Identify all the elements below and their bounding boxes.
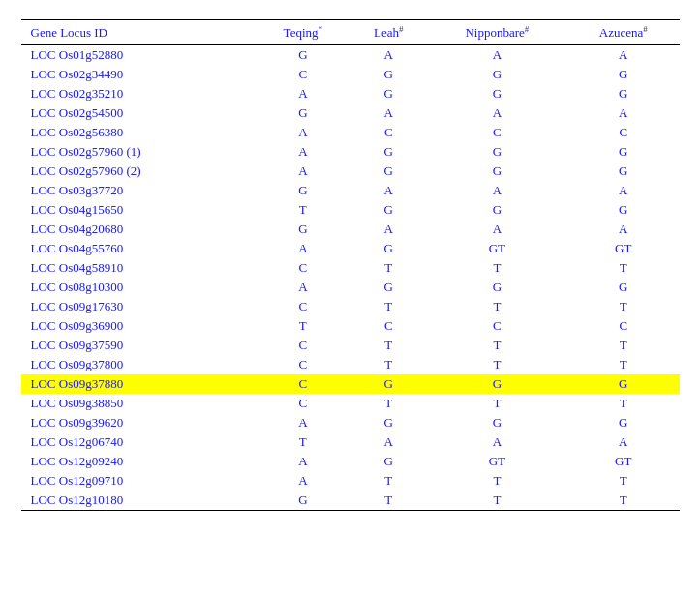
cell-nipponbare: C bbox=[427, 316, 567, 336]
cell-gene-locus: LOC Os02g54500 bbox=[21, 104, 256, 123]
cell-leah: T bbox=[350, 258, 427, 278]
cell-nipponbare: G bbox=[427, 162, 567, 181]
cell-teqing: G bbox=[256, 104, 350, 123]
cell-gene-locus: LOC Os02g57960 (2) bbox=[21, 162, 256, 181]
cell-gene-locus: LOC Os09g37880 bbox=[21, 374, 256, 394]
cell-leah: T bbox=[350, 490, 427, 511]
cell-azucena: G bbox=[567, 84, 680, 104]
cell-nipponbare: G bbox=[427, 65, 567, 84]
cell-nipponbare: G bbox=[427, 200, 567, 220]
cell-gene-locus: LOC Os12g09240 bbox=[21, 452, 256, 471]
cell-gene-locus: LOC Os03g37720 bbox=[21, 181, 256, 200]
cell-azucena: T bbox=[567, 471, 680, 490]
cell-teqing: G bbox=[256, 45, 350, 66]
cell-azucena: T bbox=[567, 258, 680, 278]
table-row: LOC Os04g20680GAAA bbox=[21, 220, 680, 239]
table-row: LOC Os12g06740TAAA bbox=[21, 432, 680, 452]
azucena-superscript: # bbox=[643, 24, 648, 34]
cell-nipponbare: A bbox=[427, 181, 567, 200]
cell-azucena: C bbox=[567, 316, 680, 336]
cell-nipponbare: T bbox=[427, 490, 567, 511]
cell-leah: G bbox=[350, 278, 427, 297]
cell-gene-locus: LOC Os09g17630 bbox=[21, 297, 256, 316]
cell-azucena: A bbox=[567, 220, 680, 239]
cell-leah: G bbox=[350, 452, 427, 471]
cell-gene-locus: LOC Os12g06740 bbox=[21, 432, 256, 452]
cell-azucena: A bbox=[567, 181, 680, 200]
table-row: LOC Os12g10180GTTT bbox=[21, 490, 680, 511]
cell-teqing: G bbox=[256, 490, 350, 511]
cell-azucena: GT bbox=[567, 452, 680, 471]
cell-azucena: G bbox=[567, 65, 680, 84]
cell-teqing: C bbox=[256, 297, 350, 316]
cell-teqing: T bbox=[256, 432, 350, 452]
cell-leah: G bbox=[350, 142, 427, 162]
nipponbare-superscript: # bbox=[525, 24, 530, 34]
cell-leah: A bbox=[350, 220, 427, 239]
cell-leah: G bbox=[350, 84, 427, 104]
cell-teqing: A bbox=[256, 239, 350, 258]
cell-teqing: C bbox=[256, 258, 350, 278]
cell-teqing: A bbox=[256, 142, 350, 162]
cell-leah: T bbox=[350, 336, 427, 355]
cell-nipponbare: G bbox=[427, 278, 567, 297]
cell-nipponbare: A bbox=[427, 220, 567, 239]
col-header-teqing: Teqing* bbox=[256, 20, 350, 45]
cell-nipponbare: T bbox=[427, 258, 567, 278]
table-row: LOC Os09g36900TCCC bbox=[21, 316, 680, 336]
cell-nipponbare: A bbox=[427, 104, 567, 123]
table-row: LOC Os12g09710ATTT bbox=[21, 471, 680, 490]
cell-nipponbare: T bbox=[427, 355, 567, 374]
table-row: LOC Os02g54500GAAA bbox=[21, 104, 680, 123]
gene-locus-table: Gene Locus ID Teqing* Leah# Nipponbare# … bbox=[21, 19, 680, 511]
cell-gene-locus: LOC Os09g37590 bbox=[21, 336, 256, 355]
cell-teqing: G bbox=[256, 220, 350, 239]
cell-leah: A bbox=[350, 104, 427, 123]
cell-leah: G bbox=[350, 65, 427, 84]
cell-nipponbare: A bbox=[427, 45, 567, 66]
table-row: LOC Os09g17630CTTT bbox=[21, 297, 680, 316]
table-row: LOC Os09g37800CTTT bbox=[21, 355, 680, 374]
cell-nipponbare: G bbox=[427, 142, 567, 162]
table-row: LOC Os08g10300AGGG bbox=[21, 278, 680, 297]
cell-leah: T bbox=[350, 471, 427, 490]
cell-gene-locus: LOC Os02g35210 bbox=[21, 84, 256, 104]
cell-azucena: T bbox=[567, 336, 680, 355]
cell-azucena: T bbox=[567, 297, 680, 316]
cell-gene-locus: LOC Os04g20680 bbox=[21, 220, 256, 239]
cell-nipponbare: T bbox=[427, 471, 567, 490]
cell-teqing: A bbox=[256, 413, 350, 432]
cell-gene-locus: LOC Os12g09710 bbox=[21, 471, 256, 490]
cell-azucena: A bbox=[567, 45, 680, 66]
cell-azucena: T bbox=[567, 355, 680, 374]
cell-leah: G bbox=[350, 162, 427, 181]
cell-leah: G bbox=[350, 374, 427, 394]
table-row: LOC Os12g09240AGGTGT bbox=[21, 452, 680, 471]
table-row: LOC Os04g55760AGGTGT bbox=[21, 239, 680, 258]
cell-azucena: T bbox=[567, 394, 680, 413]
cell-nipponbare: GT bbox=[427, 239, 567, 258]
table-row: LOC Os09g37590CTTT bbox=[21, 336, 680, 355]
cell-nipponbare: GT bbox=[427, 452, 567, 471]
cell-gene-locus: LOC Os09g39620 bbox=[21, 413, 256, 432]
cell-azucena: T bbox=[567, 490, 680, 511]
cell-gene-locus: LOC Os02g57960 (1) bbox=[21, 142, 256, 162]
table-row: LOC Os04g58910CTTT bbox=[21, 258, 680, 278]
cell-nipponbare: T bbox=[427, 394, 567, 413]
cell-leah: A bbox=[350, 181, 427, 200]
cell-nipponbare: G bbox=[427, 374, 567, 394]
cell-azucena: G bbox=[567, 142, 680, 162]
cell-teqing: T bbox=[256, 316, 350, 336]
col-header-gene-locus: Gene Locus ID bbox=[21, 20, 256, 45]
leah-superscript: # bbox=[399, 24, 404, 34]
cell-teqing: A bbox=[256, 452, 350, 471]
table-row: LOC Os02g57960 (1)AGGG bbox=[21, 142, 680, 162]
cell-nipponbare: A bbox=[427, 432, 567, 452]
table-row: LOC Os09g37880CGGG bbox=[21, 374, 680, 394]
cell-teqing: A bbox=[256, 84, 350, 104]
cell-gene-locus: LOC Os04g58910 bbox=[21, 258, 256, 278]
cell-gene-locus: LOC Os09g38850 bbox=[21, 394, 256, 413]
cell-nipponbare: G bbox=[427, 413, 567, 432]
cell-nipponbare: T bbox=[427, 336, 567, 355]
cell-teqing: T bbox=[256, 200, 350, 220]
